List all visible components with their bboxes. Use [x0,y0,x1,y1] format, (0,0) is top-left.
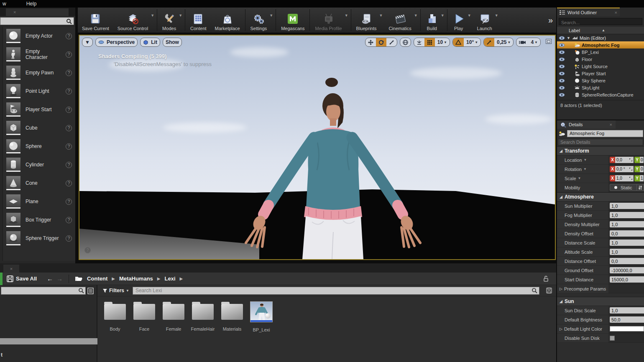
atmosphere-section-header[interactable]: ◢ Atmosphere [557,192,644,201]
close-icon[interactable]: × [615,10,617,15]
help-icon[interactable]: ? [66,51,72,58]
density-multiplier-field[interactable]: 1,0 [610,221,644,227]
distance-offset-field[interactable]: 0,0 [610,258,644,264]
eye-icon[interactable] [559,93,565,97]
play-button[interactable]: Play [448,8,469,33]
precompute-params-row[interactable]: ▷Precompute Params [557,284,644,293]
close-icon[interactable]: × [13,10,16,15]
build-button[interactable]: Build [422,8,442,33]
location-y-field-partial[interactable]: 0 [640,157,644,163]
settings-button[interactable]: Settings [246,8,271,33]
grid-snap-toggle[interactable] [424,38,435,46]
outliner-row-bp-lexi[interactable]: BP_Lexi [557,48,644,56]
folder-femalehair[interactable]: FemaleHair [191,301,215,332]
scale-x-field[interactable]: 1,0 [615,175,634,181]
folder-body[interactable]: Body [103,301,127,332]
content-button[interactable]: Content [186,8,211,33]
expand-arrow-icon[interactable]: ▷ [560,327,562,331]
sources-search[interactable] [1,287,86,295]
asset-search[interactable] [133,287,539,295]
eye-icon[interactable] [559,43,565,47]
close-icon[interactable]: × [10,266,13,271]
forward-arrow-button[interactable]: → [56,275,63,282]
place-actor-player-start[interactable]: Player Start ? [3,100,75,119]
help-icon[interactable]: ? [66,162,72,168]
outliner-column-header[interactable]: Label ▲ [557,27,644,34]
disable-sun-disk-checkbox[interactable] [610,336,615,341]
expand-arrow-icon[interactable]: ▷ [560,287,562,291]
mobility-static-button[interactable]: Static [610,184,637,191]
sources-search-input[interactable] [1,288,78,293]
place-actor-empty-actor[interactable]: Empty Actor ? [3,27,75,45]
place-actor-empty-pawn[interactable]: Empty Pawn ? [3,64,75,82]
viewport[interactable]: ▼ Perspective Lit Show Shaders Compiling… [79,35,556,260]
launch-button[interactable]: Launch [473,8,496,33]
place-actor-point-light[interactable]: Point Light ? [3,82,75,100]
scale-snap-value[interactable]: 0,25▼ [494,38,513,46]
eye-icon[interactable] [559,71,565,76]
help-icon[interactable]: ? [66,70,72,76]
sun-disc-scale-field[interactable]: 1,0 [610,307,644,314]
blueprints-button[interactable]: Blueprints [352,8,381,33]
sources-list-toggle-button[interactable] [86,287,95,295]
source-control-button[interactable]: Source Control [113,8,152,33]
menu-item-window[interactable]: w [1,1,8,7]
viewport-help-icon[interactable]: ? [84,247,91,253]
eye-icon[interactable] [559,36,565,40]
chevron-down-icon[interactable]: ▼ [584,158,587,162]
world-outliner-tab[interactable]: World Outliner × [557,8,620,16]
scale-tool-button[interactable] [386,38,397,46]
close-icon[interactable]: × [610,122,612,127]
help-icon[interactable]: ? [66,107,72,113]
outliner-row-sky-sphere[interactable]: Sky Sphere [557,77,644,84]
ground-offset-field[interactable]: -100000,0 [610,267,644,273]
outliner-row-atmospheric-fog[interactable]: Atmospheric Fog [557,41,644,48]
maximize-viewport-button[interactable] [546,39,552,44]
place-actor-cube[interactable]: Cube ? [3,119,75,137]
rotation-y-field-partial[interactable]: 0 [640,166,644,172]
rotation-snap-toggle[interactable] [453,38,464,46]
actor-name-field[interactable]: Atmospheric Fog [567,130,643,137]
help-icon[interactable]: ? [66,33,72,39]
rotation-x-field[interactable]: 0,0 ° [615,166,634,172]
save-search-button[interactable] [546,288,552,293]
filters-button[interactable]: Filters ▼ [102,288,129,293]
eye-icon[interactable] [559,79,565,83]
place-actor-empty-character[interactable]: Empty Character ? [3,45,75,64]
grid-snap-value[interactable]: 10▼ [435,38,450,46]
outliner-row-light-source[interactable]: Light Source [557,63,644,70]
place-actor-sphere[interactable]: Sphere ? [3,137,75,156]
distance-scale-field[interactable]: 1,0 [610,240,644,246]
asset-search-input[interactable] [133,288,532,293]
help-icon[interactable]: ? [66,217,72,223]
location-x-field[interactable]: 0,0 [615,157,634,163]
density-offset-field[interactable]: 0,0 [610,230,644,237]
eye-icon[interactable] [559,50,565,54]
outliner-row-sphere-reflection-capture[interactable]: SphereReflectionCapture [557,91,644,98]
breadcrumb-metahumans[interactable]: MetaHumans [119,275,153,282]
place-actor-cone[interactable]: Cone ? [3,174,75,192]
start-distance-field[interactable]: 15000,0 [610,276,644,283]
place-actor-box-trigger[interactable]: Box Trigger ? [3,211,75,229]
details-search[interactable] [558,139,643,145]
toolbar-overflow-chevron[interactable]: » [545,8,556,33]
cinematics-button[interactable]: Cinematics [384,8,415,33]
outliner-row-main-editor[interactable]: ▼ Main (Editor) [557,34,644,41]
breadcrumb-content[interactable]: Content [87,275,107,282]
content-browser-tab[interactable]: × [3,265,19,273]
details-tab[interactable]: i Details × [557,120,616,129]
chevron-down-icon[interactable]: ▼ [583,167,587,171]
place-actor-sphere-trigger[interactable]: Sphere Trigger ? [3,229,75,247]
back-arrow-button[interactable]: ← [47,275,53,282]
megascans-button[interactable]: Megascans [277,8,309,33]
default-brightness-field[interactable]: 50,0 [610,316,644,323]
media-profile-button[interactable]: Media Profile [311,8,346,33]
camera-mode-button[interactable]: Perspective [95,38,138,47]
mobility-stationary-button[interactable] [637,184,644,191]
help-icon[interactable]: ? [66,235,72,242]
rotate-tool-button[interactable] [376,38,386,46]
outliner-row-floor[interactable]: Floor [557,56,644,63]
light-color-swatch[interactable] [610,326,644,331]
folder-female[interactable]: Female [162,301,185,332]
place-actors-search[interactable] [0,17,74,25]
